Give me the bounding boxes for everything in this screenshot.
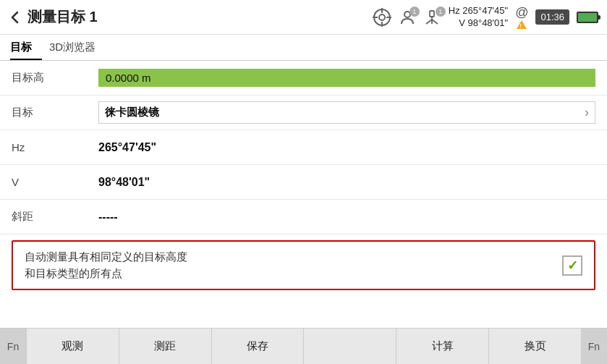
svg-line-10 [432,20,438,24]
field-value-target-height[interactable]: 0.0000 m [98,69,595,87]
auto-measure-checkbox-row[interactable]: 自动测量具有相同定义的目标高度 和目标类型的所有点 ✓ [12,240,595,290]
battery-icon [577,12,598,23]
field-row-target-height: 目标高 0.0000 m [0,61,607,96]
header: 测量目标 1 1 [0,0,607,35]
footer-btn-calculate[interactable]: 计算 [396,329,488,364]
chevron-right-icon: › [585,105,589,120]
field-row-slope-dist: 斜距 ----- [0,200,607,234]
footer-btn-save[interactable]: 保存 [211,329,304,364]
surveyor-badge-icon: 1 [423,9,441,25]
person-badge-icon: 1 [399,9,415,25]
tab-target[interactable]: 目标 [10,35,42,60]
field-row-target: 目标 徕卡圆棱镜 › [0,96,607,130]
field-label-v: V [12,176,98,188]
crosshair-target-icon [372,7,392,27]
target-selector[interactable]: 徕卡圆棱镜 › [98,101,595,124]
surveyor-badge-number: 1 [436,7,446,17]
time-display: 01:36 [535,9,569,25]
svg-point-1 [379,14,385,20]
page-title: 测量目标 1 [27,7,372,27]
auto-measure-checkbox[interactable]: ✓ [562,255,582,276]
field-row-hz: Hz 265°47'45" [0,130,607,165]
hz-coord: Hz 265°47'45" [449,5,508,17]
header-icons: 1 1 Hz 265°47'45" V 98°48'01" @ ! [372,5,598,30]
field-label-hz: Hz [12,141,98,153]
footer-btn-observe[interactable]: 观测 [26,329,119,364]
coordinates-display: Hz 265°47'45" V 98°48'01" [449,5,508,30]
footer-btn-measure-dist[interactable]: 测距 [119,329,211,364]
v-coord: V 98°48'01" [449,17,508,30]
field-value-slope-dist: ----- [98,211,595,224]
field-row-v: V 98°48'01" [0,165,607,200]
target-value: 徕卡圆棱镜 [105,106,585,119]
footer-spacer [303,329,396,364]
svg-rect-7 [430,11,434,17]
person-badge-number: 1 [409,7,420,17]
main-content: 目标高 0.0000 m 目标 徕卡圆棱镜 › Hz 265°47'45" V … [0,61,607,328]
field-label-target-height: 目标高 [12,71,98,85]
footer-btn-page-turn[interactable]: 换页 [488,329,581,364]
auto-measure-label: 自动测量具有相同定义的目标高度 和目标类型的所有点 [25,249,553,282]
tab-3d-browser[interactable]: 3D浏览器 [49,35,106,60]
field-label-target: 目标 [12,106,98,119]
field-value-hz: 265°47'45" [98,141,595,154]
svg-line-9 [426,20,432,24]
field-label-slope-dist: 斜距 [12,210,98,224]
footer-fn-left: Fn [0,329,26,364]
back-button[interactable] [9,11,22,24]
footer-fn-right: Fn [581,329,607,364]
footer-toolbar: Fn 观测 测距 保存 计算 换页 Fn [0,328,607,364]
field-value-v: 98°48'01" [98,176,595,189]
checkmark-icon: ✓ [567,258,578,274]
at-warning-icon: @ ! [515,5,528,29]
tabs-bar: 目标 3D浏览器 [0,35,607,61]
